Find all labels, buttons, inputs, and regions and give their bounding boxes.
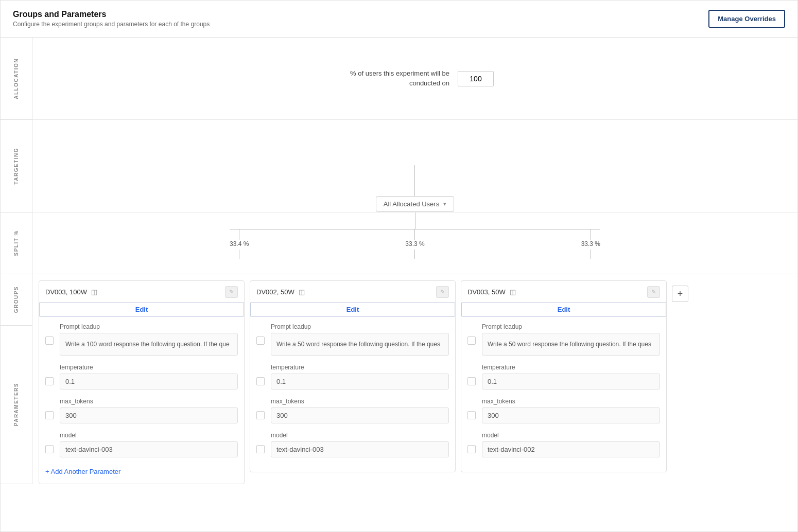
sidebar-groups-label: GROUPS <box>13 286 19 313</box>
params-section-2: Prompt leadup temperature <box>250 317 455 472</box>
param-row-tokens-1: max_tokens <box>45 398 238 423</box>
param-checkbox-prompt-2[interactable] <box>256 336 265 345</box>
param-row-model-1: model <box>45 432 238 457</box>
param-temperature-2: temperature <box>271 364 449 389</box>
page-subtitle: Configure the experiment groups and para… <box>13 21 210 28</box>
param-row-tokens-2: max_tokens <box>256 398 449 423</box>
sidebar-parameters-label: PARAMETERS <box>13 383 19 426</box>
targeting-dropdown[interactable]: All Allocated Users ▾ <box>376 196 454 212</box>
sidebar-split-label: SPLIT % <box>13 230 19 256</box>
param-prompt-input-3[interactable] <box>482 333 660 356</box>
param-row-prompt-2: Prompt leadup <box>256 323 449 356</box>
param-checkbox-prompt-3[interactable] <box>467 336 476 345</box>
param-checkbox-model-3[interactable] <box>467 445 476 453</box>
param-model-1: model <box>60 432 238 457</box>
param-row-model-3: model <box>467 432 660 457</box>
params-section-1: Prompt leadup temperature <box>39 317 244 484</box>
param-tokens-input-2[interactable] <box>271 407 449 423</box>
param-model-input-1[interactable] <box>60 441 238 457</box>
group-column-3: DV003, 50W ◫ ✎ Edit <box>461 280 667 472</box>
group-card-3-header: DV003, 50W ◫ ✎ <box>461 281 666 302</box>
param-checkbox-prompt-1[interactable] <box>45 336 54 345</box>
copy-icon-1[interactable]: ◫ <box>91 288 97 296</box>
param-checkbox-tokens-2[interactable] <box>256 411 265 419</box>
targeting-section: All Allocated Users ▾ <box>32 120 797 212</box>
page-title: Groups and Parameters <box>13 10 210 19</box>
param-prompt-leadup-2: Prompt leadup <box>271 323 449 356</box>
param-row-prompt-3: Prompt leadup <box>467 323 660 356</box>
sidebar-parameters: PARAMETERS <box>1 326 32 484</box>
group-card-2: DV002, 50W ◫ ✎ Edit <box>250 280 456 472</box>
allocation-input[interactable] <box>458 71 494 86</box>
image-icon-1[interactable]: ✎ <box>225 286 238 298</box>
param-checkbox-temp-2[interactable] <box>256 377 265 385</box>
param-checkbox-model-2[interactable] <box>256 445 265 453</box>
split-pct-2: 33.3 % <box>405 240 424 247</box>
param-prompt-leadup-3: Prompt leadup <box>482 323 660 356</box>
sidebar-allocation: ALLOCATION <box>1 38 32 120</box>
param-row-temp-2: temperature <box>256 364 449 389</box>
group-2-title: DV002, 50W ◫ <box>256 288 305 296</box>
param-prompt-input-2[interactable] <box>271 333 449 356</box>
edit-button-3[interactable]: Edit <box>461 302 666 317</box>
sidebar-targeting-label: TARGETING <box>13 148 19 185</box>
param-model-input-2[interactable] <box>271 441 449 457</box>
header: Groups and Parameters Configure the expe… <box>1 1 797 38</box>
param-checkbox-temp-3[interactable] <box>467 377 476 385</box>
allocation-input-group: % of users this experiment will be condu… <box>336 69 494 87</box>
param-model-2: model <box>271 432 449 457</box>
groups-params-area: DV003, 100W ◫ ✎ Edit <box>32 274 797 484</box>
param-temp-input-1[interactable] <box>60 374 238 389</box>
page-wrapper: Groups and Parameters Configure the expe… <box>0 0 798 532</box>
copy-icon-2[interactable]: ◫ <box>299 288 305 296</box>
targeting-inner: All Allocated Users ▾ <box>376 120 454 212</box>
manage-overrides-button[interactable]: Manage Overrides <box>708 10 785 28</box>
group-cards-row: DV003, 100W ◫ ✎ Edit <box>32 274 797 484</box>
group-column-1: DV003, 100W ◫ ✎ Edit <box>39 280 245 484</box>
param-row-temp-3: temperature <box>467 364 660 389</box>
group-card-2-header: DV002, 50W ◫ ✎ <box>250 281 455 302</box>
split-section: 33.4 % 33.3 % 33.3 % <box>32 212 797 274</box>
param-prompt-leadup-1: Prompt leadup <box>60 323 238 356</box>
params-section-3: Prompt leadup temperature <box>461 317 666 472</box>
sidebar-allocation-label: ALLOCATION <box>13 58 19 99</box>
edit-button-2[interactable]: Edit <box>250 302 455 317</box>
group-card-1: DV003, 100W ◫ ✎ Edit <box>39 280 245 484</box>
param-prompt-input-1[interactable] <box>60 333 238 356</box>
split-pct-3: 33.3 % <box>581 240 600 247</box>
param-checkbox-model-1[interactable] <box>45 445 54 453</box>
chevron-down-icon: ▾ <box>443 201 446 207</box>
add-group-button[interactable]: + <box>672 286 688 302</box>
image-icon-2[interactable]: ✎ <box>436 286 449 298</box>
param-max-tokens-2: max_tokens <box>271 398 449 423</box>
param-temp-input-2[interactable] <box>271 374 449 389</box>
param-checkbox-tokens-1[interactable] <box>45 411 54 419</box>
param-tokens-input-1[interactable] <box>60 407 238 423</box>
header-left: Groups and Parameters Configure the expe… <box>13 10 210 28</box>
allocation-label: % of users this experiment will be condu… <box>336 69 449 87</box>
param-tokens-input-3[interactable] <box>482 407 660 423</box>
param-checkbox-temp-1[interactable] <box>45 377 54 385</box>
edit-button-1[interactable]: Edit <box>39 302 244 317</box>
split-tree: 33.4 % 33.3 % 33.3 % <box>32 212 797 274</box>
group-3-title: DV003, 50W ◫ <box>467 288 516 296</box>
param-row-model-2: model <box>256 432 449 457</box>
targeting-dropdown-label: All Allocated Users <box>384 200 439 208</box>
sidebar-labels: ALLOCATION TARGETING SPLIT % GROUPS PARA… <box>1 38 32 484</box>
param-row-temp-1: temperature <box>45 364 238 389</box>
groups-params-columns: DV003, 100W ◫ ✎ Edit <box>32 274 797 484</box>
allocation-section: % of users this experiment will be condu… <box>32 38 797 120</box>
copy-icon-3[interactable]: ◫ <box>510 288 516 296</box>
add-parameter-button-1[interactable]: + Add Another Parameter <box>45 466 120 477</box>
sidebar-targeting: TARGETING <box>1 120 32 212</box>
param-checkbox-tokens-3[interactable] <box>467 411 476 419</box>
param-temp-input-3[interactable] <box>482 374 660 389</box>
split-line-top <box>415 212 415 229</box>
image-icon-3[interactable]: ✎ <box>647 286 660 298</box>
param-max-tokens-1: max_tokens <box>60 398 238 423</box>
vertical-line-targeting <box>414 165 415 196</box>
param-model-input-3[interactable] <box>482 441 660 457</box>
group-card-3: DV003, 50W ◫ ✎ Edit <box>461 280 667 472</box>
param-row-tokens-3: max_tokens <box>467 398 660 423</box>
main-content: ALLOCATION TARGETING SPLIT % GROUPS PARA… <box>1 38 797 484</box>
